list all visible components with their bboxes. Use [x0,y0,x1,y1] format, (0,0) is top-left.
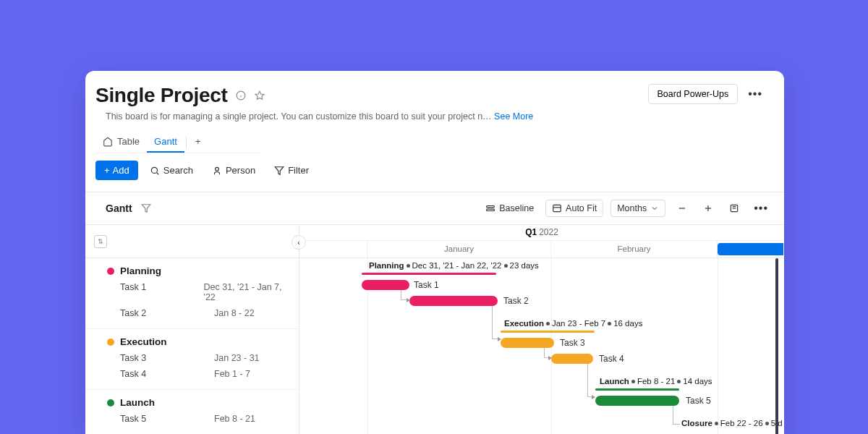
collapse-pane-button[interactable]: ‹ [292,235,306,250]
autofit-button[interactable]: Auto Fit [545,200,603,217]
timeline-pane: Q12022 January February PlanningDec 31, … [299,225,784,434]
gantt-more-icon[interactable]: ••• [751,202,771,215]
home-icon [103,137,113,147]
scrollbar[interactable] [775,258,778,434]
board-powerups-button[interactable]: Board Power-Ups [648,84,739,104]
export-icon [729,203,739,213]
zoom-in-button[interactable] [699,200,718,216]
view-tabs: Table Gantt + [95,132,260,153]
quarter-label: Q1 [525,227,537,237]
gantt-view-title: Gantt [106,203,151,214]
task-row[interactable]: Task 1 Dec 31, '21 - Jan 7, '22 [107,279,286,305]
month-cell: January [367,241,551,258]
search-button[interactable]: Search [142,161,200,180]
add-view-button[interactable]: + [188,132,208,153]
task-bar-label: Task 1 [414,280,439,290]
group-name[interactable]: Execution [120,336,167,347]
task-bar[interactable] [409,296,498,306]
group-color-dot [107,268,114,275]
svg-rect-9 [487,206,495,208]
task-bar[interactable] [595,396,679,406]
svg-marker-3 [255,91,264,99]
expand-all-icon[interactable]: ⇅ [94,235,107,248]
task-bar[interactable] [501,338,554,348]
person-icon [212,166,222,176]
board-description: This board is for managing a single proj… [106,111,533,122]
group-launch: Launch Task 5 Feb 8 - 21 [85,390,299,434]
plus-icon: + [104,165,110,176]
baseline-icon [485,203,495,213]
task-bar-label: Task 4 [599,354,624,364]
month-spacer [299,241,367,258]
group-summary-bar[interactable] [362,273,496,275]
info-icon[interactable] [235,90,247,101]
add-button[interactable]: + Add [95,161,138,180]
zoom-out-button[interactable] [673,200,692,216]
dependency-arrow [407,298,410,302]
more-menu-icon[interactable]: ••• [745,88,765,101]
filter-icon [274,166,284,176]
group-execution: Execution Task 3 Jan 23 - 31 Task 4 Feb … [85,329,299,390]
group-summary-bar[interactable] [501,331,595,333]
month-cell: February [551,241,718,258]
group-color-dot [107,399,114,407]
filter-icon[interactable] [141,203,151,213]
export-button[interactable] [725,200,744,216]
group-summary-label: PlanningDec 31, '21 - Jan 22, '2223 days [369,261,539,270]
tab-table[interactable]: Table [95,132,147,153]
task-row[interactable]: Task 5 Feb 8 - 21 [107,411,286,427]
dependency-line [587,364,595,397]
minus-icon [677,203,687,213]
svg-line-5 [156,172,158,174]
task-row[interactable]: Task 3 Jan 23 - 31 [107,350,286,366]
group-summary-bar[interactable] [595,388,679,391]
group-name[interactable]: Launch [120,397,155,408]
month-cell-current [718,243,784,255]
baseline-button[interactable]: Baseline [481,200,538,216]
chevron-down-icon [650,204,659,213]
svg-rect-10 [487,209,495,210]
search-icon [150,166,160,176]
group-summary-label: LaunchFeb 8 - 2114 days [600,377,712,386]
year-label: 2022 [539,227,558,237]
dependency-arrow [592,395,595,399]
app-window: Single Project This board is for managin… [85,71,784,434]
gantt-chart-area[interactable]: PlanningDec 31, '21 - Jan 22, '2223 days… [299,258,784,434]
task-bar-label: Task 5 [686,396,711,406]
task-bar-label: Task 2 [503,296,529,306]
group-summary-label: ExecutionJan 23 - Feb 716 days [504,319,642,328]
gantt-panel: Gantt Baseline Auto Fit Months [85,192,784,434]
svg-marker-8 [142,205,150,213]
plus-icon [703,203,713,213]
board-header: Single Project This board is for managin… [85,71,784,122]
svg-point-4 [151,167,157,173]
task-row[interactable]: Task 2 Jan 8 - 22 [107,305,286,321]
task-bar-label: Task 3 [560,338,585,348]
svg-point-6 [216,167,219,171]
task-row[interactable]: Task 4 Feb 1 - 7 [107,366,286,382]
svg-rect-11 [553,205,561,211]
dependency-arrow [548,356,552,360]
tab-divider [186,137,187,148]
board-toolbar: + Add Search Person Filter [95,161,784,180]
group-summary-label: ClosureFeb 22 - 265 d [681,419,783,427]
group-name[interactable]: Planning [120,265,161,276]
dependency-line [492,306,501,339]
group-color-dot [107,339,114,346]
autofit-icon [552,203,562,213]
tab-gantt[interactable]: Gantt [147,132,184,153]
dependency-line [673,406,680,425]
board-title: Single Project [95,84,228,107]
svg-marker-7 [275,166,284,174]
see-more-link[interactable]: See More [494,111,533,122]
filter-button[interactable]: Filter [267,161,316,180]
star-icon[interactable] [254,90,265,101]
task-bar[interactable] [551,354,593,364]
task-list-pane: ⇅ ‹ Planning Task 1 Dec 31, '21 - Jan 7,… [85,225,299,434]
group-planning: Planning Task 1 Dec 31, '21 - Jan 7, '22… [85,258,299,329]
person-button[interactable]: Person [205,161,263,180]
task-bar[interactable] [362,280,409,290]
timescale-dropdown[interactable]: Months [610,200,665,217]
